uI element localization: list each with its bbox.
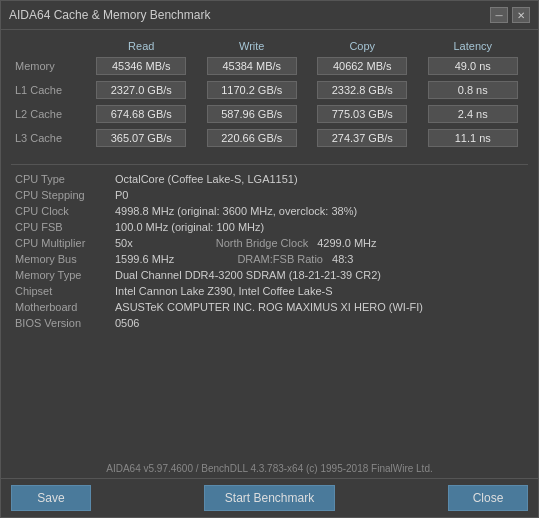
col-header-write: Write — [197, 38, 308, 54]
l2-copy-value: 775.03 GB/s — [317, 105, 407, 123]
l3-read-value: 365.07 GB/s — [96, 129, 186, 147]
l3-copy-cell: 274.37 GB/s — [307, 126, 418, 150]
benchmark-table: Read Write Copy Latency Memory 45346 MB/… — [11, 38, 528, 150]
l2-latency-value: 2.4 ns — [428, 105, 518, 123]
memory-read-cell: 45346 MB/s — [86, 54, 197, 78]
table-row: Memory 45346 MB/s 45384 MB/s 40662 MB/s … — [11, 54, 528, 78]
row-label-l1: L1 Cache — [11, 78, 86, 102]
title-bar: AIDA64 Cache & Memory Benchmark ─ ✕ — [1, 1, 538, 30]
l3-copy-value: 274.37 GB/s — [317, 129, 407, 147]
l1-write-value: 1170.2 GB/s — [207, 81, 297, 99]
memory-write-cell: 45384 MB/s — [197, 54, 308, 78]
l2-copy-cell: 775.03 GB/s — [307, 102, 418, 126]
l1-latency-value: 0.8 ns — [428, 81, 518, 99]
memory-type-value: Dual Channel DDR4-3200 SDRAM (18-21-21-3… — [111, 267, 528, 283]
info-row-motherboard: Motherboard ASUSTeK COMPUTER INC. ROG MA… — [11, 299, 528, 315]
motherboard-value: ASUSTeK COMPUTER INC. ROG MAXIMUS XI HER… — [111, 299, 528, 315]
chipset-value: Intel Cannon Lake Z390, Intel Coffee Lak… — [111, 283, 528, 299]
north-bridge-value: 4299.0 MHz — [317, 237, 376, 249]
window-title: AIDA64 Cache & Memory Benchmark — [9, 8, 210, 22]
chipset-label: Chipset — [11, 283, 111, 299]
footer-text: AIDA64 v5.97.4600 / BenchDLL 4.3.783-x64… — [1, 459, 538, 478]
l2-read-value: 674.68 GB/s — [96, 105, 186, 123]
info-row-cpu-stepping: CPU Stepping P0 — [11, 187, 528, 203]
motherboard-label: Motherboard — [11, 299, 111, 315]
memory-copy-cell: 40662 MB/s — [307, 54, 418, 78]
info-row-memory-bus: Memory Bus 1599.6 MHz DRAM:FSB Ratio 48:… — [11, 251, 528, 267]
l3-write-cell: 220.66 GB/s — [197, 126, 308, 150]
table-row: L1 Cache 2327.0 GB/s 1170.2 GB/s 2332.8 … — [11, 78, 528, 102]
dram-fsb-value: 48:3 — [332, 253, 353, 265]
cpu-fsb-value: 100.0 MHz (original: 100 MHz) — [111, 219, 528, 235]
l2-write-cell: 587.96 GB/s — [197, 102, 308, 126]
memory-type-label: Memory Type — [11, 267, 111, 283]
row-label-l2: L2 Cache — [11, 102, 86, 126]
info-row-cpu-type: CPU Type OctalCore (Coffee Lake-S, LGA11… — [11, 171, 528, 187]
memory-copy-value: 40662 MB/s — [317, 57, 407, 75]
window-controls: ─ ✕ — [490, 7, 530, 23]
info-row-cpu-clock: CPU Clock 4998.8 MHz (original: 3600 MHz… — [11, 203, 528, 219]
cpu-clock-value: 4998.8 MHz (original: 3600 MHz, overcloc… — [111, 203, 528, 219]
cpu-fsb-label: CPU FSB — [11, 219, 111, 235]
info-row-bios: BIOS Version 0506 — [11, 315, 528, 331]
memory-latency-cell: 49.0 ns — [418, 54, 529, 78]
l1-write-cell: 1170.2 GB/s — [197, 78, 308, 102]
system-info-table: CPU Type OctalCore (Coffee Lake-S, LGA11… — [11, 171, 528, 331]
col-header-empty — [11, 38, 86, 54]
north-bridge-label: North Bridge Clock — [216, 237, 308, 249]
l2-latency-cell: 2.4 ns — [418, 102, 529, 126]
l1-read-value: 2327.0 GB/s — [96, 81, 186, 99]
row-label-memory: Memory — [11, 54, 86, 78]
close-button[interactable]: ✕ — [512, 7, 530, 23]
memory-read-value: 45346 MB/s — [96, 57, 186, 75]
memory-bus-value: 1599.6 MHz DRAM:FSB Ratio 48:3 — [111, 251, 528, 267]
table-row: L3 Cache 365.07 GB/s 220.66 GB/s 274.37 … — [11, 126, 528, 150]
section-divider — [11, 164, 528, 165]
dram-fsb-label: DRAM:FSB Ratio — [237, 253, 323, 265]
l2-read-cell: 674.68 GB/s — [86, 102, 197, 126]
bottom-bar: Save Start Benchmark Close — [1, 478, 538, 517]
l1-copy-cell: 2332.8 GB/s — [307, 78, 418, 102]
l2-write-value: 587.96 GB/s — [207, 105, 297, 123]
cpu-multiplier-value: 50x North Bridge Clock 4299.0 MHz — [111, 235, 528, 251]
col-header-copy: Copy — [307, 38, 418, 54]
l1-read-cell: 2327.0 GB/s — [86, 78, 197, 102]
cpu-type-label: CPU Type — [11, 171, 111, 187]
cpu-multiplier-label: CPU Multiplier — [11, 235, 111, 251]
row-label-l3: L3 Cache — [11, 126, 86, 150]
bios-value: 0506 — [111, 315, 528, 331]
info-row-chipset: Chipset Intel Cannon Lake Z390, Intel Co… — [11, 283, 528, 299]
bios-label: BIOS Version — [11, 315, 111, 331]
save-button[interactable]: Save — [11, 485, 91, 511]
cpu-clock-label: CPU Clock — [11, 203, 111, 219]
memory-write-value: 45384 MB/s — [207, 57, 297, 75]
cpu-stepping-value: P0 — [111, 187, 528, 203]
start-benchmark-button[interactable]: Start Benchmark — [204, 485, 335, 511]
l1-copy-value: 2332.8 GB/s — [317, 81, 407, 99]
info-row-memory-type: Memory Type Dual Channel DDR4-3200 SDRAM… — [11, 267, 528, 283]
memory-bus-label: Memory Bus — [11, 251, 111, 267]
main-window: AIDA64 Cache & Memory Benchmark ─ ✕ Read… — [0, 0, 539, 518]
info-row-cpu-multiplier: CPU Multiplier 50x North Bridge Clock 42… — [11, 235, 528, 251]
col-header-read: Read — [86, 38, 197, 54]
l3-latency-cell: 11.1 ns — [418, 126, 529, 150]
cpu-type-value: OctalCore (Coffee Lake-S, LGA1151) — [111, 171, 528, 187]
l1-latency-cell: 0.8 ns — [418, 78, 529, 102]
cpu-stepping-label: CPU Stepping — [11, 187, 111, 203]
minimize-button[interactable]: ─ — [490, 7, 508, 23]
info-row-cpu-fsb: CPU FSB 100.0 MHz (original: 100 MHz) — [11, 219, 528, 235]
memory-latency-value: 49.0 ns — [428, 57, 518, 75]
col-header-latency: Latency — [418, 38, 529, 54]
close-button-bottom[interactable]: Close — [448, 485, 528, 511]
table-row: L2 Cache 674.68 GB/s 587.96 GB/s 775.03 … — [11, 102, 528, 126]
l3-write-value: 220.66 GB/s — [207, 129, 297, 147]
l3-latency-value: 11.1 ns — [428, 129, 518, 147]
main-content: Read Write Copy Latency Memory 45346 MB/… — [1, 30, 538, 459]
l3-read-cell: 365.07 GB/s — [86, 126, 197, 150]
